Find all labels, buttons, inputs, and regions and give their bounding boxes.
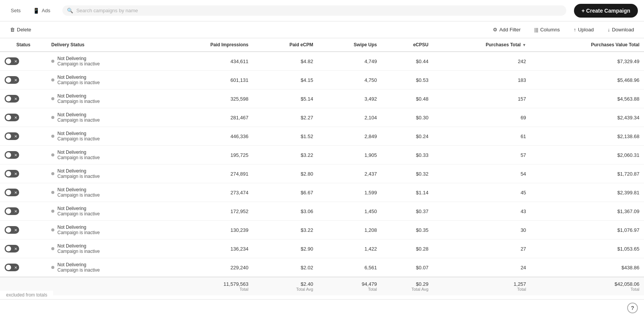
sort-desc-icon: ▼: [522, 43, 526, 47]
table-row: ✕ Not Delivering Campaign is inactive 19…: [0, 146, 644, 165]
cell-purchases-total: 45: [433, 183, 531, 202]
create-campaign-button[interactable]: + Create Campaign: [574, 4, 638, 18]
cell-swipe-ups: 1,905: [318, 146, 382, 165]
cell-swipe-ups: 2,849: [318, 127, 382, 146]
cell-purchases-total: 30: [433, 221, 531, 239]
toggle-x-icon: ✕: [14, 266, 17, 270]
toggle-x-icon: ✕: [14, 209, 17, 213]
cell-status: ✕: [0, 52, 47, 71]
toolbar: 🗑 Delete ⚙ Add Filter ||| Columns ↑ Uplo…: [0, 21, 644, 38]
col-ecpsu: eCPSU: [382, 38, 433, 52]
status-toggle[interactable]: ✕: [5, 151, 19, 159]
status-toggle[interactable]: ✕: [5, 76, 19, 84]
footer-purchases-value-total: $42,058.06Total: [531, 277, 644, 295]
status-toggle[interactable]: ✕: [5, 170, 19, 178]
status-toggle[interactable]: ✕: [5, 207, 19, 215]
footer-ecpsu: $0.29Total Avg: [382, 277, 433, 295]
cell-paid-impressions: 195,725: [160, 146, 253, 165]
cell-delivery-status: Not Delivering Campaign is inactive: [47, 108, 160, 127]
add-filter-button[interactable]: ⚙ Add Filter: [489, 25, 525, 34]
cell-purchases-value-total: $2,060.31: [531, 146, 644, 165]
table-row: ✕ Not Delivering Campaign is inactive 17…: [0, 202, 644, 221]
status-toggle[interactable]: ✕: [5, 264, 19, 271]
search-icon: 🔍: [67, 8, 73, 13]
campaigns-table-wrapper: Status Delivery Status Paid Impressions …: [0, 38, 644, 316]
delivery-dot: [51, 116, 54, 119]
cell-delivery-status: Not Delivering Campaign is inactive: [47, 258, 160, 277]
cell-paid-ecpm: $3.06: [253, 202, 318, 221]
cell-status: ✕: [0, 183, 47, 202]
cell-paid-impressions: 281,467: [160, 108, 253, 127]
toggle-wrap: ✕: [5, 207, 42, 215]
table-row: ✕ Not Delivering Campaign is inactive 32…: [0, 90, 644, 108]
cell-delivery-status: Not Delivering Campaign is inactive: [47, 127, 160, 146]
delivery-text: Not Delivering Campaign is inactive: [57, 93, 100, 104]
delivery-dot: [51, 60, 54, 63]
add-filter-label: Add Filter: [499, 27, 521, 33]
toggle-wrap: ✕: [5, 132, 42, 140]
status-toggle[interactable]: ✕: [5, 189, 19, 196]
search-placeholder: Search campaigns by name: [76, 8, 138, 13]
download-button[interactable]: ↓ Download: [604, 25, 638, 34]
footer-swipe-ups: 94,479Total: [318, 277, 382, 295]
delivery-cell: Not Delivering Campaign is inactive: [51, 168, 156, 179]
footer-paid-ecpm: $2.40Total Avg: [253, 277, 318, 295]
toggle-wrap: ✕: [5, 170, 42, 178]
filter-icon: ⚙: [493, 27, 497, 33]
cell-delivery-status: Not Delivering Campaign is inactive: [47, 183, 160, 202]
delivery-dot: [51, 247, 54, 250]
cell-purchases-total: 43: [433, 202, 531, 221]
cell-paid-ecpm: $2.80: [253, 165, 318, 183]
col-purchases-value-total: Purchases Value Total: [531, 38, 644, 52]
ads-label: Ads: [42, 8, 50, 13]
status-toggle[interactable]: ✕: [5, 114, 19, 121]
cell-delivery-status: Not Delivering Campaign is inactive: [47, 221, 160, 239]
table-row: ✕ Not Delivering Campaign is inactive 13…: [0, 239, 644, 258]
cell-paid-ecpm: $6.67: [253, 183, 318, 202]
cell-purchases-value-total: $7,329.49: [531, 52, 644, 71]
bottom-bar: ?: [0, 299, 644, 316]
cell-purchases-value-total: $2,138.68: [531, 127, 644, 146]
cell-delivery-status: Not Delivering Campaign is inactive: [47, 71, 160, 90]
cell-swipe-ups: 6,561: [318, 258, 382, 277]
delivery-cell: Not Delivering Campaign is inactive: [51, 206, 156, 217]
search-bar[interactable]: 🔍 Search campaigns by name: [62, 5, 566, 16]
cell-ecpsu: $1.14: [382, 183, 433, 202]
upload-button[interactable]: ↑ Upload: [570, 25, 598, 34]
col-status: Status: [0, 38, 47, 52]
table-row: ✕ Not Delivering Campaign is inactive 28…: [0, 108, 644, 127]
cell-ecpsu: $0.53: [382, 71, 433, 90]
delivery-text: Not Delivering Campaign is inactive: [57, 75, 100, 85]
delivery-dot: [51, 266, 54, 269]
delivery-text: Not Delivering Campaign is inactive: [57, 206, 100, 217]
toggle-x-icon: ✕: [14, 78, 17, 82]
status-toggle[interactable]: ✕: [5, 132, 19, 140]
cell-purchases-total: 61: [433, 127, 531, 146]
delete-label: Delete: [17, 27, 31, 33]
cell-status: ✕: [0, 108, 47, 127]
excluded-note: excluded from totals: [0, 291, 53, 299]
cell-status: ✕: [0, 146, 47, 165]
campaigns-table: Status Delivery Status Paid Impressions …: [0, 38, 644, 295]
cell-status: ✕: [0, 71, 47, 90]
toggle-wrap: ✕: [5, 264, 42, 271]
status-toggle[interactable]: ✕: [5, 226, 19, 234]
delete-button[interactable]: 🗑 Delete: [6, 25, 35, 34]
col-purchases-total[interactable]: Purchases Total ▼: [433, 38, 531, 52]
status-toggle[interactable]: ✕: [5, 95, 19, 103]
cell-paid-ecpm: $3.22: [253, 146, 318, 165]
cell-purchases-value-total: $2,439.34: [531, 108, 644, 127]
cell-delivery-status: Not Delivering Campaign is inactive: [47, 90, 160, 108]
cell-status: ✕: [0, 239, 47, 258]
status-toggle[interactable]: ✕: [5, 57, 19, 65]
nav-tab-ads[interactable]: 📱 Ads: [28, 5, 55, 16]
columns-button[interactable]: ||| Columns: [531, 25, 564, 34]
nav-tab-sets[interactable]: Sets: [6, 5, 25, 16]
delivery-text: Not Delivering Campaign is inactive: [57, 262, 100, 273]
help-button[interactable]: ?: [627, 303, 638, 313]
columns-icon: |||: [535, 27, 538, 33]
status-toggle[interactable]: ✕: [5, 245, 19, 252]
cell-swipe-ups: 1,208: [318, 221, 382, 239]
toggle-wrap: ✕: [5, 151, 42, 159]
footer-cell-delivery: [47, 277, 160, 295]
